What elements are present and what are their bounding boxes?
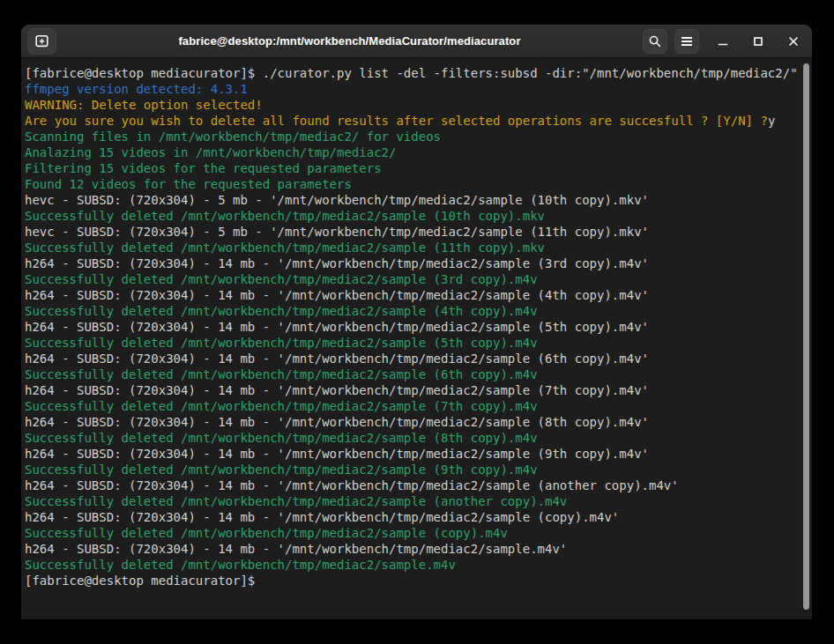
terminal-line: Successfully deleted /mnt/workbench/tmp/… bbox=[25, 303, 798, 319]
terminal-text-segment: Successfully deleted /mnt/workbench/tmp/… bbox=[25, 241, 545, 255]
terminal-line: h264 - SUBSD: (720x304) - 14 mb - '/mnt/… bbox=[25, 255, 798, 271]
terminal-line: Successfully deleted /mnt/workbench/tmp/… bbox=[25, 335, 798, 351]
new-tab-icon bbox=[34, 33, 49, 48]
terminal-text-segment: h264 - SUBSD: (720x304) - 14 mb - '/mnt/… bbox=[25, 320, 649, 334]
terminal-text-segment: h264 - SUBSD: (720x304) - 14 mb - '/mnt/… bbox=[25, 352, 649, 366]
terminal-text-segment: h264 - SUBSD: (720x304) - 14 mb - '/mnt/… bbox=[25, 256, 649, 270]
terminal-text-segment: Successfully deleted /mnt/workbench/tmp/… bbox=[25, 304, 538, 318]
terminal-line: Successfully deleted /mnt/workbench/tmp/… bbox=[25, 366, 798, 382]
terminal-line: Found 12 videos for the requested parame… bbox=[25, 176, 798, 192]
terminal-text-segment: h264 - SUBSD: (720x304) - 14 mb - '/mnt/… bbox=[25, 447, 649, 461]
terminal-text-segment: Successfully deleted /mnt/workbench/tmp/… bbox=[25, 272, 538, 286]
terminal-line: h264 - SUBSD: (720x304) - 14 mb - '/mnt/… bbox=[25, 351, 798, 366]
terminal-line: Successfully deleted /mnt/workbench/tmp/… bbox=[25, 208, 798, 224]
terminal-window: fabrice@desktop:/mnt/workbench/MediaCura… bbox=[21, 25, 812, 619]
terminal-line: [fabrice@desktop mediacurator]$ bbox=[25, 573, 798, 588]
terminal-line: Successfully deleted /mnt/workbench/tmp/… bbox=[25, 525, 798, 541]
terminal-text-segment: h264 - SUBSD: (720x304) - 14 mb - '/mnt/… bbox=[25, 510, 619, 524]
terminal-line: Successfully deleted /mnt/workbench/tmp/… bbox=[25, 240, 798, 255]
terminal-text-segment: h264 - SUBSD: (720x304) - 14 mb - '/mnt/… bbox=[25, 383, 649, 397]
terminal-line: Analazing 15 videos in /mnt/workbench/tm… bbox=[25, 144, 798, 160]
terminal-line: Successfully deleted /mnt/workbench/tmp/… bbox=[25, 493, 798, 509]
terminal-screen[interactable]: [fabrice@desktop mediacurator]$ ./curato… bbox=[21, 58, 812, 619]
terminal-text-segment: Filtering 15 videos for the requested pa… bbox=[25, 161, 382, 175]
terminal-text-segment: Successfully deleted /mnt/workbench/tmp/… bbox=[25, 209, 545, 223]
terminal-line: WARNING: Delete option selected! bbox=[25, 97, 798, 113]
menu-icon bbox=[681, 36, 693, 47]
terminal-line: Successfully deleted /mnt/workbench/tmp/… bbox=[25, 271, 798, 287]
terminal-text-segment: [fabrice@desktop mediacurator]$ bbox=[25, 574, 263, 588]
terminal-text-segment: y bbox=[768, 114, 775, 128]
terminal-line: Successfully deleted /mnt/workbench/tmp/… bbox=[25, 557, 798, 573]
terminal-line: Successfully deleted /mnt/workbench/tmp/… bbox=[25, 398, 798, 414]
terminal-line: hevc - SUBSD: (720x304) - 5 mb - '/mnt/w… bbox=[25, 224, 798, 240]
terminal-text-segment: h264 - SUBSD: (720x304) - 14 mb - '/mnt/… bbox=[25, 415, 649, 429]
terminal-line: Are you sure you wish to delete all foun… bbox=[25, 113, 798, 129]
terminal-text-segment: Analazing 15 videos in /mnt/workbench/tm… bbox=[25, 145, 396, 159]
terminal-text-segment: h264 - SUBSD: (720x304) - 14 mb - '/mnt/… bbox=[25, 478, 679, 492]
terminal-line: ffmpeg version detected: 4.3.1 bbox=[25, 81, 798, 97]
maximize-icon bbox=[753, 36, 763, 47]
terminal-line: h264 - SUBSD: (720x304) - 14 mb - '/mnt/… bbox=[25, 414, 798, 430]
terminal-text-segment: Successfully deleted /mnt/workbench/tmp/… bbox=[25, 367, 538, 381]
terminal-text-segment: Successfully deleted /mnt/workbench/tmp/… bbox=[25, 431, 538, 445]
terminal-text-segment: Successfully deleted /mnt/workbench/tmp/… bbox=[25, 558, 456, 572]
terminal-line: h264 - SUBSD: (720x304) - 14 mb - '/mnt/… bbox=[25, 287, 798, 303]
terminal-text-segment: [fabrice@desktop mediacurator]$ ./curato… bbox=[25, 66, 798, 80]
menu-button[interactable] bbox=[674, 29, 699, 54]
terminal-line: h264 - SUBSD: (720x304) - 14 mb - '/mnt/… bbox=[25, 541, 798, 557]
maximize-button[interactable] bbox=[747, 29, 770, 54]
terminal-line: h264 - SUBSD: (720x304) - 14 mb - '/mnt/… bbox=[25, 477, 798, 493]
search-button[interactable] bbox=[643, 29, 667, 54]
terminal-text-segment: WARNING: Delete option selected! bbox=[25, 98, 263, 112]
new-tab-button[interactable] bbox=[27, 28, 56, 55]
search-icon bbox=[648, 34, 662, 48]
window-title: fabrice@desktop:/mnt/workbench/MediaCura… bbox=[63, 34, 636, 48]
terminal-text-segment: Successfully deleted /mnt/workbench/tmp/… bbox=[25, 399, 538, 413]
terminal-line: h264 - SUBSD: (720x304) - 14 mb - '/mnt/… bbox=[25, 509, 798, 525]
terminal-text-segment: hevc - SUBSD: (720x304) - 5 mb - '/mnt/w… bbox=[25, 225, 649, 239]
terminal-text-segment: Successfully deleted /mnt/workbench/tmp/… bbox=[25, 526, 508, 540]
terminal-line: Successfully deleted /mnt/workbench/tmp/… bbox=[25, 462, 798, 477]
terminal-text-segment: hevc - SUBSD: (720x304) - 5 mb - '/mnt/w… bbox=[25, 193, 649, 207]
terminal-text-segment: Are you sure you wish to delete all foun… bbox=[25, 114, 768, 128]
terminal-line: h264 - SUBSD: (720x304) - 14 mb - '/mnt/… bbox=[25, 382, 798, 398]
terminal-text-segment: h264 - SUBSD: (720x304) - 14 mb - '/mnt/… bbox=[25, 542, 567, 556]
terminal-text-segment: ffmpeg version detected: 4.3.1 bbox=[25, 82, 248, 96]
minimize-icon bbox=[718, 36, 728, 47]
terminal-text-segment: Scanning files in /mnt/workbench/tmp/med… bbox=[25, 130, 441, 144]
terminal-line: Successfully deleted /mnt/workbench/tmp/… bbox=[25, 430, 798, 446]
terminal-line: Filtering 15 videos for the requested pa… bbox=[25, 160, 798, 176]
titlebar[interactable]: fabrice@desktop:/mnt/workbench/MediaCura… bbox=[21, 25, 812, 58]
close-button[interactable] bbox=[782, 29, 805, 54]
terminal-line: h264 - SUBSD: (720x304) - 14 mb - '/mnt/… bbox=[25, 319, 798, 335]
terminal-text-segment: h264 - SUBSD: (720x304) - 14 mb - '/mnt/… bbox=[25, 288, 649, 302]
terminal-text-segment: Successfully deleted /mnt/workbench/tmp/… bbox=[25, 336, 538, 350]
minimize-button[interactable] bbox=[711, 29, 734, 54]
terminal-line: Scanning files in /mnt/workbench/tmp/med… bbox=[25, 129, 798, 144]
scrollbar-thumb[interactable] bbox=[803, 63, 809, 610]
scrollbar-track[interactable] bbox=[800, 58, 812, 619]
terminal-line: [fabrice@desktop mediacurator]$ ./curato… bbox=[25, 65, 798, 81]
terminal-line: hevc - SUBSD: (720x304) - 5 mb - '/mnt/w… bbox=[25, 192, 798, 208]
terminal-text-segment: Found 12 videos for the requested parame… bbox=[25, 177, 352, 191]
terminal-text-segment: Successfully deleted /mnt/workbench/tmp/… bbox=[25, 463, 538, 477]
terminal-line: h264 - SUBSD: (720x304) - 14 mb - '/mnt/… bbox=[25, 446, 798, 462]
close-icon bbox=[788, 36, 799, 47]
terminal-text-segment: Successfully deleted /mnt/workbench/tmp/… bbox=[25, 494, 567, 508]
